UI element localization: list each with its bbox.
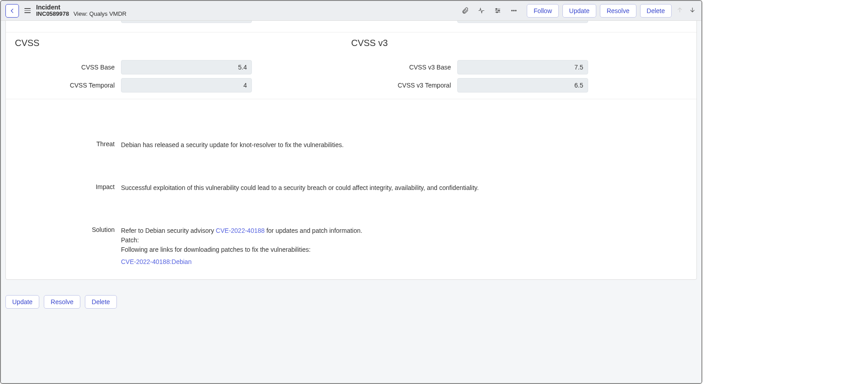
resolve-button-footer[interactable]: Resolve xyxy=(44,295,80,309)
field-cvss-temporal: 4 xyxy=(121,78,252,93)
svg-point-3 xyxy=(511,10,512,11)
record-number: INC0589978 xyxy=(36,10,69,17)
back-button[interactable] xyxy=(5,4,19,18)
section-cvss: CVSS xyxy=(15,38,351,48)
tab-panel: Title Debian Security Update for knot-re… xyxy=(5,21,697,280)
delete-button-footer[interactable]: Delete xyxy=(85,295,116,309)
svg-point-2 xyxy=(497,12,498,13)
label-solution: Solution xyxy=(15,225,121,267)
form-header: Incident INC0589978 View: Qualys VMDR F xyxy=(1,1,701,21)
attachment-icon[interactable] xyxy=(461,7,469,15)
header-title-block: Incident INC0589978 View: Qualys VMDR xyxy=(36,4,126,18)
field-vuln-type: Confirmed Vulnerability xyxy=(121,21,252,23)
record-subtitle: INC0589978 View: Qualys VMDR xyxy=(36,11,126,18)
record-type: Incident xyxy=(36,4,126,11)
section-cvss-v3: CVSS v3 xyxy=(351,38,687,48)
solution-link-cve[interactable]: CVE-2022-40188 xyxy=(216,227,265,234)
more-actions-icon[interactable] xyxy=(510,7,518,15)
solution-text-pre: Refer to Debian security advisory xyxy=(121,227,216,234)
field-solution: Refer to Debian security advisory CVE-20… xyxy=(121,225,687,267)
solution-text-post: for updates and patch information. xyxy=(265,227,362,234)
view-prefix: View: xyxy=(74,10,88,17)
delete-button-header[interactable]: Delete xyxy=(640,4,672,18)
settings-sliders-icon[interactable] xyxy=(493,7,501,15)
label-cvss-v3-temporal: CVSS v3 Temporal xyxy=(351,82,457,89)
field-impact: Successful exploitation of this vulnerab… xyxy=(121,182,687,193)
label-cvss-temporal: CVSS Temporal xyxy=(15,82,121,89)
prev-record-icon xyxy=(675,6,684,15)
update-button-footer[interactable]: Update xyxy=(5,295,39,309)
field-qid: 183702 xyxy=(457,21,588,23)
menu-icon[interactable] xyxy=(23,8,32,13)
label-impact: Impact xyxy=(15,182,121,193)
label-cvss-base: CVSS Base xyxy=(15,64,121,71)
form-body: ▲ Qualys Vulnerability Details Qualys De… xyxy=(1,21,701,383)
solution-patch-desc: Following are links for downloading patc… xyxy=(121,246,311,253)
svg-point-4 xyxy=(513,10,514,11)
field-cvss-v3-temporal: 6.5 xyxy=(457,78,588,93)
footer-buttons: Update Resolve Delete xyxy=(1,289,701,315)
resolve-button-header[interactable]: Resolve xyxy=(600,4,636,18)
label-threat: Threat xyxy=(15,139,121,150)
next-record-icon[interactable] xyxy=(688,6,697,15)
svg-point-0 xyxy=(496,9,497,10)
label-cvss-v3-base: CVSS v3 Base xyxy=(351,64,457,71)
solution-patch-label: Patch: xyxy=(121,236,139,244)
solution-link-debian[interactable]: CVE-2022-40188:Debian xyxy=(121,258,191,265)
svg-point-1 xyxy=(498,10,500,11)
header-icon-toolbar xyxy=(461,7,518,15)
activity-icon[interactable] xyxy=(477,7,485,15)
follow-button[interactable]: Follow xyxy=(527,4,558,18)
field-cvss-v3-base: 7.5 xyxy=(457,60,588,74)
field-cvss-base: 5.4 xyxy=(121,60,252,74)
field-threat: Debian has released a security update fo… xyxy=(121,139,687,150)
update-button-header[interactable]: Update xyxy=(562,4,596,18)
view-name: Qualys VMDR xyxy=(89,10,126,17)
svg-point-5 xyxy=(515,10,516,11)
